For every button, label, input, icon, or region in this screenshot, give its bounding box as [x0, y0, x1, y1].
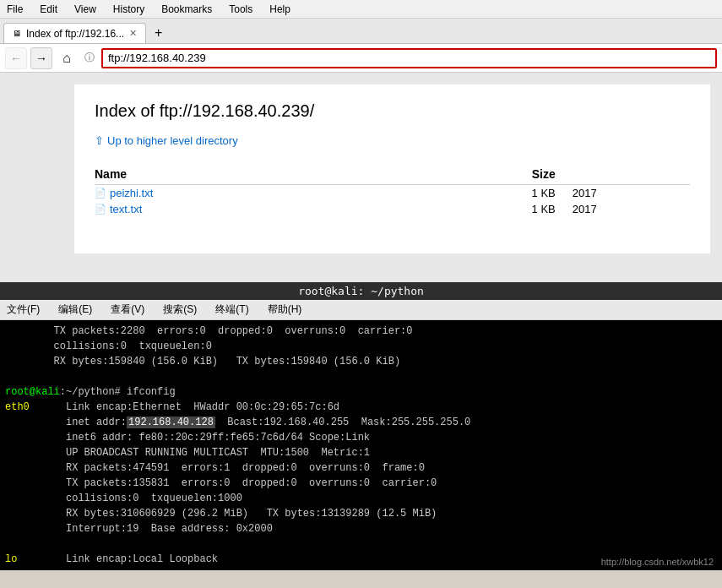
terminal-line-prompt: root@kali:~/python# ifconfig [5, 384, 717, 400]
terminal-line: collisions:0 txqueuelen:0 [5, 339, 717, 354]
terminal-window: root@kali: ~/python 文件(F) 编辑(E) 查看(V) 搜索… [0, 282, 722, 570]
page-title: Index of ftp://192.168.40.239/ [95, 101, 690, 121]
menu-bookmarks[interactable]: Bookmarks [158, 2, 215, 17]
menu-tools[interactable]: Tools [225, 2, 256, 17]
terminal-line [5, 536, 717, 552]
menu-edit[interactable]: Edit [36, 2, 61, 17]
file-link-peizhi[interactable]: 📄 peizhi.txt [95, 187, 377, 199]
file-date-cell: 2017 [573, 201, 690, 217]
active-tab[interactable]: 🖥 Index of ftp://192.16... ✕ [3, 23, 146, 43]
file-name: peizhi.txt [110, 187, 153, 199]
forward-button[interactable]: → [30, 47, 52, 69]
home-button[interactable]: ⌂ [56, 47, 78, 69]
terminal-line [5, 369, 717, 384]
terminal-line: RX bytes:159840 (156.0 KiB) TX bytes:159… [5, 354, 717, 369]
browser-menu-bar: File Edit View History Bookmarks Tools H… [0, 0, 722, 19]
terminal-line: collisions:0 txqueuelen:1000 [5, 491, 717, 506]
size-column-header: Size [377, 164, 573, 185]
file-icon: 📄 [95, 204, 106, 215]
up-directory-link[interactable]: ⇧ Up to higher level directory [95, 134, 690, 147]
file-size-cell: 1 KB [377, 185, 573, 202]
term-menu-search[interactable]: 搜索(S) [160, 301, 200, 318]
terminal-line: RX bytes:310606929 (296.2 MiB) TX bytes:… [5, 506, 717, 521]
terminal-line: TX packets:2280 errors:0 dropped:0 overr… [5, 324, 717, 339]
new-tab-button[interactable]: + [148, 23, 169, 43]
browser-content: Index of ftp://192.168.40.239/ ⇧ Up to h… [0, 73, 722, 282]
up-arrow-icon: ⇧ [95, 134, 104, 147]
terminal-title-bar: root@kali: ~/python [0, 282, 722, 300]
terminal-menu-bar: 文件(F) 编辑(E) 查看(V) 搜索(S) 终端(T) 帮助(H) [0, 300, 722, 320]
file-date-cell: 2017 [573, 185, 690, 202]
tab-close-button[interactable]: ✕ [129, 28, 137, 39]
file-name: text.txt [110, 203, 142, 215]
menu-file[interactable]: File [3, 2, 26, 17]
tab-bar: 🖥 Index of ftp://192.16... ✕ + [0, 19, 722, 44]
terminal-line: inet6 addr: fe80::20c:29ff:fe65:7c6d/64 … [5, 430, 717, 445]
terminal-line: Interrupt:19 Base address: 0x2000 [5, 521, 717, 536]
terminal-line: RX packets:474591 errors:1 dropped:0 ove… [5, 460, 717, 476]
file-size-cell: 1 KB [377, 201, 573, 217]
terminal-line: TX packets:135831 errors:0 dropped:0 ove… [5, 476, 717, 491]
table-row: 📄 text.txt 1 KB 2017 [95, 201, 690, 217]
table-row: 📄 peizhi.txt 1 KB 2017 [95, 185, 690, 202]
terminal-body[interactable]: TX packets:2280 errors:0 dropped:0 overr… [0, 320, 722, 570]
address-bar[interactable] [101, 48, 717, 68]
term-menu-file[interactable]: 文件(F) [3, 301, 43, 318]
menu-history[interactable]: History [110, 2, 148, 17]
file-name-cell: 📄 text.txt [95, 201, 377, 217]
date-column-header [573, 164, 690, 185]
watermark: http://blog.csdn.net/xwbk12 [601, 557, 714, 567]
file-link-text[interactable]: 📄 text.txt [95, 203, 377, 215]
menu-view[interactable]: View [71, 2, 100, 17]
term-menu-help[interactable]: 帮助(H) [264, 301, 306, 318]
file-table: Name Size 📄 peizhi.txt 1 KB [95, 164, 690, 217]
tab-favicon: 🖥 [13, 29, 21, 38]
browser-window: File Edit View History Bookmarks Tools H… [0, 0, 722, 282]
terminal-line: eth0 Link encap:Ethernet HWaddr 00:0c:29… [5, 400, 717, 415]
file-icon: 📄 [95, 188, 106, 199]
file-name-cell: 📄 peizhi.txt [95, 185, 377, 202]
tab-label: Index of ftp://192.16... [26, 28, 124, 40]
term-menu-view[interactable]: 查看(V) [107, 301, 148, 318]
terminal-line: UP BROADCAST RUNNING MULTICAST MTU:1500 … [5, 445, 717, 460]
term-menu-terminal[interactable]: 终端(T) [212, 301, 252, 318]
terminal-title: root@kali: ~/python [298, 285, 424, 297]
terminal-line-ip: inet addr:192.168.40.128 Bcast:192.168.4… [5, 415, 717, 430]
nav-bar: ← → ⌂ ⓘ [0, 44, 722, 73]
back-button[interactable]: ← [5, 47, 27, 69]
menu-help[interactable]: Help [266, 2, 294, 17]
ftp-index-page: Index of ftp://192.168.40.239/ ⇧ Up to h… [74, 84, 710, 253]
name-column-header: Name [95, 164, 377, 185]
term-menu-edit[interactable]: 编辑(E) [55, 301, 95, 318]
info-icon: ⓘ [81, 50, 98, 67]
up-directory-label: Up to higher level directory [107, 134, 238, 147]
